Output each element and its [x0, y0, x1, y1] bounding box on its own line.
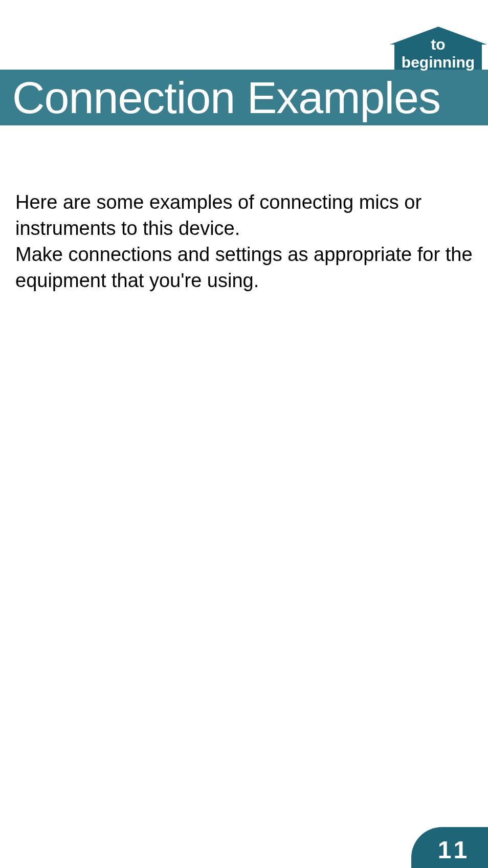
nav-arrow-label: to beginning [388, 36, 488, 71]
to-beginning-button[interactable]: to beginning [388, 27, 488, 73]
intro-paragraph-1: Here are some examples of connecting mic… [15, 189, 473, 242]
page-title: Connection Examples [12, 72, 440, 124]
header-bar: Connection Examples [0, 70, 488, 125]
page-number: 11 [438, 836, 469, 864]
intro-paragraph-2: Make connections and settings as appropr… [15, 242, 473, 294]
body-content: Here are some examples of connecting mic… [15, 189, 473, 294]
page-number-badge: 11 [411, 827, 488, 868]
